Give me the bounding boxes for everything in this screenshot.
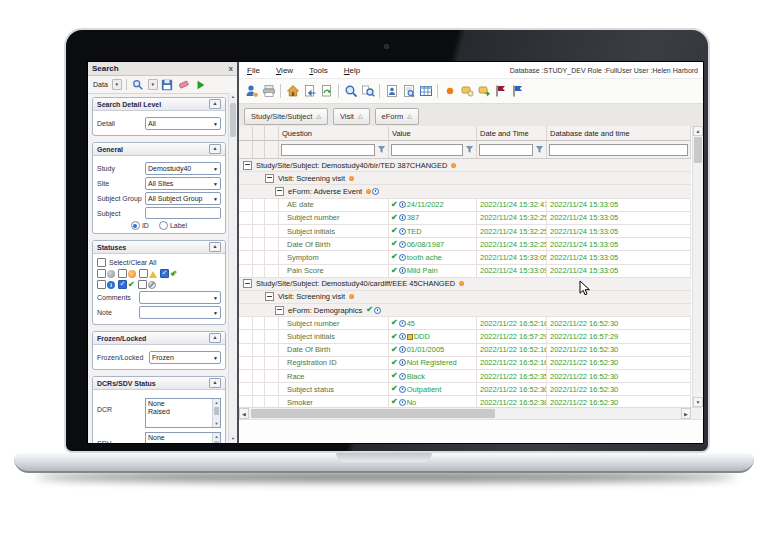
status-filter-none[interactable]: [97, 269, 115, 278]
data-row[interactable]: Race ✔ Black 2022/11/22 16:52:35 2022/11…: [239, 370, 691, 383]
header-question[interactable]: Question: [279, 126, 389, 140]
collapse-icon[interactable]: ▲: [209, 144, 221, 154]
data-row[interactable]: Registration ID ✔ Not Registered 2022/11…: [239, 357, 691, 370]
collapse-icon[interactable]: ▲: [209, 99, 221, 109]
scroll-up-icon[interactable]: ▲: [229, 93, 237, 101]
listbox-scrollbar[interactable]: ▲▼: [212, 433, 220, 443]
eform-previous-icon[interactable]: [303, 84, 317, 98]
value-filter-input[interactable]: [391, 144, 463, 156]
scroll-left-icon[interactable]: ◀: [239, 408, 249, 419]
checkbox-icon[interactable]: [118, 269, 127, 278]
scroll-up-icon[interactable]: ▲: [213, 399, 220, 406]
checkbox-icon[interactable]: [97, 280, 106, 289]
question-filter-input[interactable]: [281, 144, 375, 156]
sidebar-scrollbar[interactable]: ▲ ▼: [228, 93, 237, 443]
print-icon[interactable]: [262, 84, 276, 98]
data-row[interactable]: Subject number ✔ 387 2022/11/24 15:32:25…: [239, 212, 691, 225]
menu-view[interactable]: View: [268, 66, 301, 75]
data-row[interactable]: Subject status ✔ Outpatient 2022/11/22 1…: [239, 383, 691, 396]
dcr-listbox[interactable]: NoneRaised▲▼: [145, 398, 221, 428]
comment-icon[interactable]: [460, 84, 474, 98]
scroll-right-icon[interactable]: ▶: [681, 408, 691, 419]
eform-group-row[interactable]: eForm: Demographics ✔: [239, 304, 691, 317]
status-filter-ok-gold[interactable]: ✔: [160, 269, 177, 278]
filter-funnel-icon[interactable]: [534, 144, 544, 155]
checkbox-icon[interactable]: [97, 269, 106, 278]
status-filter-ok[interactable]: ✔: [118, 280, 135, 289]
home-icon[interactable]: [286, 84, 300, 98]
group-tab-study-site-subject[interactable]: Study/Site/Subject △: [244, 108, 328, 125]
data-row[interactable]: Subject number ✔ 45 2022/11/22 16:52:16 …: [239, 317, 691, 330]
menu-file[interactable]: File: [239, 66, 268, 75]
visit-group-row[interactable]: Visit: Screening visit: [239, 291, 691, 304]
data-row[interactable]: AE date ✔ 24/11/2022 2022/11/24 15:32:47…: [239, 199, 691, 212]
subject-group-select[interactable]: All Subject Group ▼: [145, 192, 221, 205]
listbox-scrollbar[interactable]: ▲▼: [212, 399, 220, 427]
scrollbar-thumb[interactable]: [214, 407, 219, 415]
list-option[interactable]: None: [146, 433, 220, 441]
filter-funnel-icon[interactable]: [464, 144, 474, 155]
scroll-down-icon[interactable]: ▼: [229, 435, 237, 443]
data-menu-button[interactable]: Data: [91, 80, 110, 89]
data-row[interactable]: Subject initials ✔ TED 2022/11/24 15:32:…: [239, 225, 691, 238]
user-icon[interactable]: [245, 84, 259, 98]
data-menu-dropdown-icon[interactable]: ▾: [112, 79, 122, 90]
data-row[interactable]: Date Of Birth ✔ 01/01/2005 2022/11/22 16…: [239, 344, 691, 357]
database-date-filter-input[interactable]: [549, 144, 688, 156]
collapse-minus-icon[interactable]: [265, 292, 274, 301]
eraser-icon[interactable]: [178, 79, 190, 91]
group-tab-visit[interactable]: Visit △: [333, 108, 370, 125]
list-option[interactable]: Planned: [146, 441, 220, 443]
scrollbar-thumb[interactable]: [214, 441, 219, 443]
collapse-minus-icon[interactable]: [243, 279, 252, 288]
eform-group-row[interactable]: eForm: Adverse Event: [239, 185, 691, 198]
checkbox-icon[interactable]: [139, 269, 148, 278]
data-row[interactable]: Symptom ✔ tooth ache 2022/11/24 15:33:05…: [239, 251, 691, 264]
scroll-down-icon[interactable]: ▼: [693, 397, 703, 407]
scrollbar-thumb[interactable]: [251, 409, 495, 418]
run-search-icon[interactable]: [195, 79, 207, 91]
search-dropdown-icon[interactable]: ▾: [148, 79, 158, 90]
date-filter-input[interactable]: [479, 144, 533, 156]
save-icon[interactable]: [161, 79, 173, 91]
subject-group-row[interactable]: Study/Site/Subject: Demostudy40/cardiff/…: [239, 278, 691, 291]
flag-planned-icon[interactable]: [511, 84, 525, 98]
status-filter-inactive[interactable]: [138, 280, 156, 289]
data-row[interactable]: Date Of Birth ✔ 06/08/1987 2022/11/24 15…: [239, 238, 691, 251]
search-data-icon[interactable]: [361, 84, 375, 98]
collapse-minus-icon[interactable]: [275, 187, 284, 196]
study-select[interactable]: Demostudy40 ▼: [145, 162, 221, 175]
menu-tools[interactable]: Tools: [301, 66, 336, 75]
data-view-icon[interactable]: [419, 84, 433, 98]
frozen-locked-select[interactable]: Frozen ▼: [149, 351, 221, 364]
search-icon[interactable]: [132, 79, 144, 91]
scroll-up-icon[interactable]: ▲: [213, 433, 220, 440]
status-filter-warning[interactable]: [139, 269, 157, 278]
status-filter-info[interactable]: i: [97, 280, 115, 289]
group-tab-eform[interactable]: eForm △: [375, 108, 419, 125]
note-select[interactable]: ▼: [139, 306, 221, 319]
data-row[interactable]: Subject initials ✔ DDD 2022/11/22 16:57:…: [239, 330, 691, 343]
flag-raised-icon[interactable]: [494, 84, 508, 98]
list-option[interactable]: None: [146, 399, 220, 407]
sdv-listbox[interactable]: NonePlanned▲▼: [145, 432, 221, 443]
scroll-up-icon[interactable]: ▲: [693, 126, 703, 136]
checkbox-icon[interactable]: [160, 269, 169, 278]
menu-help[interactable]: Help: [336, 66, 368, 75]
scrollbar-thumb[interactable]: [694, 137, 702, 163]
status-changed-icon[interactable]: [443, 84, 457, 98]
visit-group-row[interactable]: Visit: Screening visit: [239, 172, 691, 185]
filter-funnel-icon[interactable]: [376, 144, 386, 155]
report-subject-icon[interactable]: [385, 84, 399, 98]
header-date-time[interactable]: Date and Time: [477, 126, 547, 140]
select-clear-all[interactable]: Select/Clear All: [97, 258, 221, 267]
data-row[interactable]: Pain Score ✔ Mild Pain 2022/11/24 15:33:…: [239, 265, 691, 278]
comment-go-icon[interactable]: [477, 84, 491, 98]
detail-select[interactable]: All ▼: [145, 117, 221, 130]
subject-input[interactable]: [145, 207, 221, 219]
collapse-icon[interactable]: ▲: [209, 242, 221, 252]
search-icon[interactable]: [344, 84, 358, 98]
scroll-down-icon[interactable]: ▼: [213, 420, 220, 427]
checkbox-icon[interactable]: [97, 258, 106, 267]
checkbox-icon[interactable]: [118, 280, 127, 289]
